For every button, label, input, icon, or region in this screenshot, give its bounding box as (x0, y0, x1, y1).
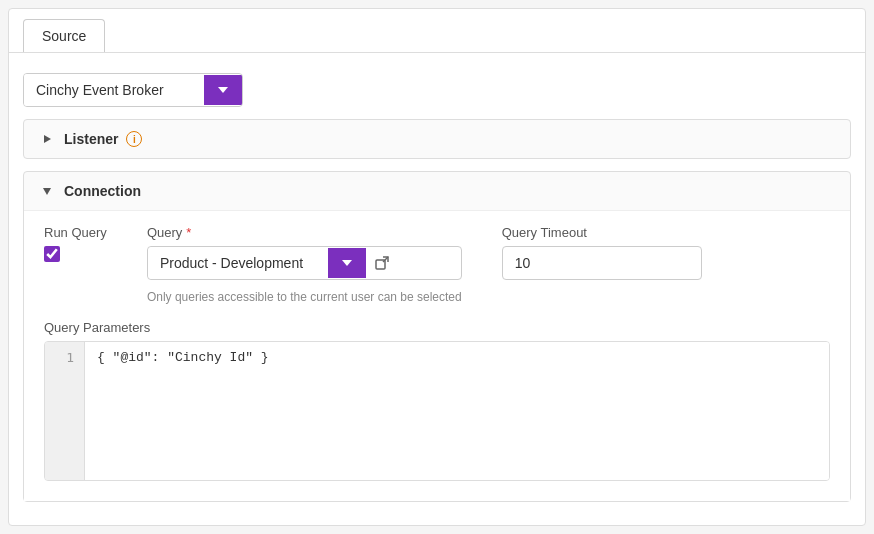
chevron-down-icon (216, 83, 230, 97)
source-tab[interactable]: Source (23, 19, 105, 52)
query-label: Query * (147, 225, 462, 240)
query-dropdown-button[interactable] (328, 248, 366, 278)
query-select-value: Product - Development (148, 247, 328, 279)
chevron-right-icon (38, 130, 56, 148)
broker-select-row: Cinchy Event Broker (23, 73, 851, 107)
connection-title: Connection (64, 183, 141, 199)
connection-header[interactable]: Connection (24, 172, 850, 210)
page-wrapper: Source Cinchy Event Broker Listener i (8, 8, 866, 526)
broker-select-label: Cinchy Event Broker (24, 74, 204, 106)
svg-marker-3 (342, 260, 352, 266)
svg-marker-0 (218, 87, 228, 93)
connection-body: Run Query Query * Product - Development (24, 210, 850, 501)
query-hint-text: Only queries accessible to the current u… (147, 290, 462, 304)
line-numbers: 1 (45, 342, 85, 480)
content-area: Cinchy Event Broker Listener i (9, 53, 865, 522)
required-indicator: * (186, 225, 191, 240)
timeout-input[interactable] (502, 246, 702, 280)
svg-marker-2 (43, 188, 51, 195)
broker-select[interactable]: Cinchy Event Broker (23, 73, 243, 107)
query-external-link-button[interactable] (366, 249, 398, 277)
listener-section: Listener i (23, 119, 851, 159)
form-row-query: Run Query Query * Product - Development (44, 225, 830, 304)
broker-dropdown-button[interactable] (204, 75, 242, 105)
params-label: Query Parameters (44, 320, 830, 335)
timeout-label: Query Timeout (502, 225, 702, 240)
timeout-group: Query Timeout (502, 225, 702, 280)
run-query-checkbox[interactable] (44, 246, 60, 262)
code-content[interactable]: { "@id": "Cinchy Id" } (85, 342, 829, 480)
listener-title: Listener (64, 131, 118, 147)
run-query-group: Run Query (44, 225, 107, 262)
svg-marker-1 (44, 135, 51, 143)
external-link-icon (374, 255, 390, 271)
chevron-down-icon (38, 182, 56, 200)
params-section: Query Parameters 1 { "@id": "Cinchy Id" … (44, 320, 830, 481)
query-group: Query * Product - Development (147, 225, 462, 304)
line-number-1: 1 (66, 350, 74, 365)
listener-info-icon[interactable]: i (126, 131, 142, 147)
listener-header[interactable]: Listener i (24, 120, 850, 158)
connection-section: Connection Run Query Query * (23, 171, 851, 502)
tab-area: Source (9, 9, 865, 53)
query-select-container: Product - Development (147, 246, 462, 280)
run-query-label: Run Query (44, 225, 107, 240)
code-editor[interactable]: 1 { "@id": "Cinchy Id" } (44, 341, 830, 481)
chevron-down-icon (340, 256, 354, 270)
